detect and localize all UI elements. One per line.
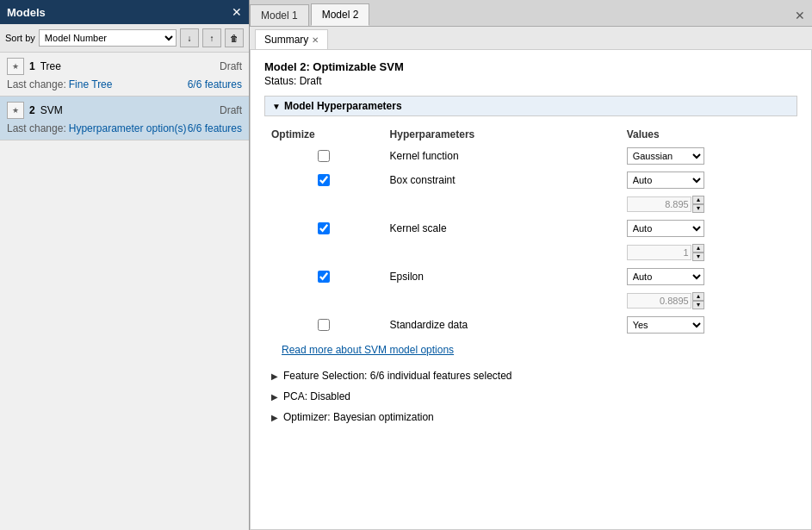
optimizer-arrow-icon: ▶ <box>271 413 278 422</box>
sort-bar: Sort by Model Number Name Status ↓ ↑ 🗑 <box>0 24 249 53</box>
pca-section[interactable]: ▶ PCA: Disabled <box>264 387 797 406</box>
table-row: Epsilon Auto Manual <box>264 265 797 289</box>
kernel-function-select[interactable]: Gaussian Linear Polynomial RBF <box>627 147 704 165</box>
model-1-name: Tree <box>40 60 214 72</box>
model-title: Model 2: Optimizable SVM <box>264 60 797 73</box>
main-content: Model 1 Model 2 ✕ Summary ✕ Model 2: Opt… <box>250 0 812 530</box>
box-constraint-input[interactable] <box>627 196 691 212</box>
box-constraint-down-button[interactable]: ▾ <box>692 204 704 213</box>
table-row: Box constraint Auto Manual <box>264 168 797 192</box>
model-1-icon: ★ <box>7 58 24 75</box>
model-2-change-value: Hyperparameter option(s) <box>69 122 187 134</box>
epsilon-spinner: ▴ ▾ <box>692 292 704 309</box>
box-constraint-label: Box constraint <box>383 168 620 192</box>
kernel-scale-up-button[interactable]: ▴ <box>692 244 704 253</box>
hyperparams-section-header[interactable]: ▼ Model Hyperparameters <box>264 96 797 116</box>
box-constraint-up-button[interactable]: ▴ <box>692 196 704 204</box>
tab-model2[interactable]: Model 2 <box>311 3 370 26</box>
kernel-scale-input[interactable] <box>627 245 691 260</box>
epsilon-input[interactable] <box>627 293 691 309</box>
sidebar-close-icon[interactable]: ✕ <box>232 5 242 19</box>
sort-asc-button[interactable]: ↑ <box>202 28 221 47</box>
sort-select[interactable]: Model Number Name Status <box>39 29 177 47</box>
summary-tab-close-icon[interactable]: ✕ <box>312 35 319 45</box>
hyperparams-section-title: Model Hyperparameters <box>284 100 402 112</box>
kernel-function-optimize-checkbox[interactable] <box>318 150 330 162</box>
col-header-hyperparams: Hyperparameters <box>383 125 620 144</box>
sort-label: Sort by <box>5 33 35 43</box>
kernel-function-label: Kernel function <box>383 144 620 168</box>
sidebar-header: Models ✕ <box>0 0 249 24</box>
model-1-change-label: Last change: <box>7 78 66 90</box>
sort-delete-button[interactable]: 🗑 <box>225 28 244 47</box>
kernel-scale-label: Kernel scale <box>383 216 620 240</box>
model-2-name: SVM <box>40 104 214 116</box>
model-1-number: 1 <box>29 60 35 72</box>
kernel-scale-spinner: ▴ ▾ <box>692 244 704 261</box>
col-header-optimize: Optimize <box>264 125 383 144</box>
model-item-1[interactable]: ★ 1 Tree Draft Last change: Fine Tree 6/… <box>0 53 249 97</box>
col-header-values: Values <box>620 125 797 144</box>
optimizer-section[interactable]: ▶ Optimizer: Bayesian optimization <box>264 408 797 427</box>
params-table: Optimize Hyperparameters Values Kernel f <box>264 125 797 337</box>
model-2-number: 2 <box>29 104 35 116</box>
feature-selection-arrow-icon: ▶ <box>271 371 278 381</box>
model-item-2[interactable]: ★ 2 SVM Draft Last change: Hyperparamete… <box>0 97 249 140</box>
standardize-data-optimize-checkbox[interactable] <box>318 319 330 331</box>
table-row: Kernel scale Auto Manual <box>264 216 797 240</box>
tab-bar: Model 1 Model 2 ✕ <box>250 0 812 27</box>
box-constraint-select[interactable]: Auto Manual <box>627 171 704 189</box>
table-row: ▴ ▾ <box>264 192 797 216</box>
pca-text: PCA: Disabled <box>283 390 350 402</box>
summary-tab[interactable]: Summary ✕ <box>255 29 328 49</box>
model-2-features: 6/6 features <box>188 122 242 134</box>
epsilon-label: Epsilon <box>383 265 620 289</box>
model-2-status: Draft <box>220 104 242 116</box>
read-more-link[interactable]: Read more about SVM model options <box>282 344 797 356</box>
epsilon-optimize-checkbox[interactable] <box>318 271 330 283</box>
model-status: Status: Draft <box>264 75 797 87</box>
box-constraint-optimize-checkbox[interactable] <box>318 174 330 186</box>
model-1-change-value: Fine Tree <box>69 78 113 90</box>
pca-arrow-icon: ▶ <box>271 392 278 402</box>
kernel-scale-optimize-checkbox[interactable] <box>318 222 330 234</box>
box-constraint-spinner: ▴ ▾ <box>692 196 704 213</box>
optimizer-text: Optimizer: Bayesian optimization <box>283 411 434 423</box>
sidebar: Models ✕ Sort by Model Number Name Statu… <box>0 0 250 530</box>
sidebar-title: Models <box>7 6 46 19</box>
model-list: ★ 1 Tree Draft Last change: Fine Tree 6/… <box>0 53 249 530</box>
feature-selection-section[interactable]: ▶ Feature Selection: 6/6 individual feat… <box>264 366 797 385</box>
epsilon-up-button[interactable]: ▴ <box>692 292 704 301</box>
table-row: ▴ ▾ <box>264 289 797 313</box>
kernel-scale-down-button[interactable]: ▾ <box>692 253 704 261</box>
sort-desc-button[interactable]: ↓ <box>180 28 199 47</box>
tab-close-icon[interactable]: ✕ <box>788 5 812 26</box>
tab-model1[interactable]: Model 1 <box>250 4 309 26</box>
model-2-icon: ★ <box>7 102 24 119</box>
hyperparams-arrow-icon: ▼ <box>272 102 281 111</box>
model-1-features: 6/6 features <box>188 78 242 90</box>
table-row: Kernel function Gaussian Linear Polynomi… <box>264 144 797 168</box>
standardize-data-select[interactable]: Yes No <box>627 316 704 334</box>
epsilon-select[interactable]: Auto Manual <box>627 268 704 285</box>
standardize-data-label: Standardize data <box>383 313 620 337</box>
table-row: Standardize data Yes No <box>264 313 797 337</box>
summary-tab-bar: Summary ✕ <box>250 27 812 50</box>
content-area: Model 2: Optimizable SVM Status: Draft ▼… <box>250 50 812 530</box>
table-row: ▴ ▾ <box>264 240 797 265</box>
kernel-scale-select[interactable]: Auto Manual <box>627 220 704 237</box>
feature-selection-text: Feature Selection: 6/6 individual featur… <box>283 370 512 382</box>
model-2-change-label: Last change: <box>7 122 66 134</box>
summary-tab-label: Summary <box>264 34 308 46</box>
epsilon-down-button[interactable]: ▾ <box>692 301 704 309</box>
model-1-status: Draft <box>220 60 242 72</box>
